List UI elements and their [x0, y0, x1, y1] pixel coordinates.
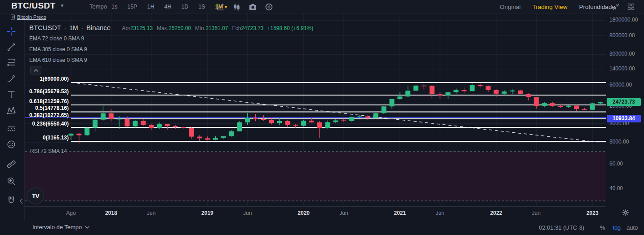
ohlc-value: 25250.00 [169, 25, 191, 31]
time-tick: 2021 [394, 210, 406, 216]
legend-separator: · [78, 25, 86, 31]
time-tick: Jun [435, 210, 444, 216]
collapse-view-button[interactable] [613, 3, 620, 10]
magnet-tool[interactable] [6, 195, 17, 206]
bitcoin-price-link[interactable]: Bitcoin Preço [17, 14, 46, 20]
time-tick: 2018 [105, 210, 117, 216]
time-interval-selector[interactable]: Intervalo de Tempo [32, 224, 89, 231]
candles [69, 83, 603, 144]
chevron-down-icon: ▾ [61, 3, 63, 8]
time-tick: Jun [532, 210, 541, 216]
view-tabs: OriginalTrading ViewProfundidade [500, 0, 615, 13]
ohlc-value: 24723.73 [241, 25, 263, 31]
clock[interactable]: 02:01:31 (UTC-3) [539, 224, 584, 231]
layout-grid-button[interactable] [627, 3, 635, 10]
axis-settings-button[interactable] [622, 209, 629, 218]
indicator-legend-ema610[interactable]: EMA 610 close 0 SMA 9 [29, 57, 87, 63]
time-tick: 2019 [201, 210, 213, 216]
legend-change: +1598.60 (+6.91%) [267, 25, 314, 31]
view-tab-trading-view[interactable]: Trading View [533, 4, 568, 10]
chevron-up-icon [34, 69, 38, 72]
ruler-tool[interactable] [6, 159, 17, 170]
symbol-name: BTC/USDT [11, 1, 55, 10]
ohlc-value: 21351.07 [205, 25, 228, 31]
long-short-position-tool[interactable] [6, 124, 17, 135]
view-tab-original[interactable]: Original [500, 4, 521, 10]
timeframe-button-1D[interactable]: 1D [176, 4, 193, 10]
candles-icon [232, 3, 241, 11]
current-price-tag: 24723.73 [607, 98, 641, 106]
legend-separator: · [61, 25, 69, 31]
text-tool[interactable] [6, 89, 17, 100]
chart-legend[interactable]: BTCUSDT · 1M · Binance Abr23125.13Máx.25… [29, 24, 313, 31]
plus-circle-icon [265, 3, 273, 11]
rsi-band [25, 152, 606, 201]
collapse-arrows-icon [613, 3, 620, 10]
chevron-down-icon [85, 226, 89, 229]
price-tick: 60000.00 [609, 82, 632, 88]
ohlc-label: Fch [232, 25, 241, 31]
symbol-subline: Bitcoin Preço [10, 14, 46, 20]
document-icon [10, 14, 15, 20]
time-tick: Ago [66, 210, 76, 216]
time-tick: 2022 [490, 210, 502, 216]
auto-scale-toggle[interactable]: auto [626, 224, 638, 231]
time-tick: Jun [147, 210, 155, 216]
tempo-label: Tempo [89, 0, 107, 13]
legend-collapse-button[interactable] [30, 66, 41, 74]
zoom-in-tool[interactable] [6, 176, 17, 187]
rsi-legend[interactable]: RSI 72 SMA 14 [29, 148, 68, 154]
time-interval-label: Intervalo de Tempo [32, 224, 82, 231]
price-tick: 140000.00 [609, 65, 635, 72]
window-controls [613, 0, 635, 13]
time-tick: 2023 [586, 210, 599, 216]
legend-exchange: Binance [86, 24, 111, 31]
add-indicator-button[interactable] [265, 3, 273, 11]
candlestick-chart[interactable] [25, 13, 606, 206]
timeframe-button-1S[interactable]: 1S [193, 4, 210, 10]
timeframe-button-1s[interactable]: 1s [107, 4, 122, 10]
symbol-selector[interactable]: BTC/USDT▾ [11, 1, 63, 11]
brush-tool[interactable] [6, 74, 17, 84]
timeframe-bar: 1s15P1H4H1D1S1M▾ [107, 0, 232, 13]
indicator-legend-ema305[interactable]: EMA 305 close 0 SMA 9 [29, 46, 87, 52]
price-tick: 800000.00 [609, 32, 635, 39]
time-tick: Jun [339, 210, 348, 216]
timeframe-button-1H[interactable]: 1H [142, 4, 159, 10]
timeframe-button-4H[interactable]: 4H [159, 4, 176, 10]
time-tick: 2020 [298, 210, 310, 216]
ohlc-label: Mín. [195, 25, 205, 31]
timeframe-button-15P[interactable]: 15P [122, 4, 142, 10]
legend-ohlc: Abr23125.13Máx.25250.00Mín.21351.07Fch24… [118, 25, 263, 31]
chart-style-button[interactable] [216, 3, 225, 11]
bottom-bar: Intervalo de Tempo 02:01:31 (UTC-3) % lo… [0, 220, 644, 235]
time-tick: Jun [243, 210, 252, 216]
percent-scale-toggle[interactable]: % [600, 224, 605, 231]
candlestick-style-button[interactable] [232, 3, 241, 11]
camera-icon [249, 3, 257, 11]
indicator-legend-ema72[interactable]: EMA 72 close 0 SMA 9 [29, 35, 84, 42]
screenshot-button[interactable] [249, 3, 257, 11]
ohlc-label: Abr [122, 25, 130, 31]
tradingview-logo[interactable]: TV [27, 187, 44, 205]
price-axis[interactable]: 24723.73 10933.84 1800000.00800000.00300… [606, 13, 644, 220]
legend-symbol: BTCUSDT [29, 24, 61, 31]
price-tick: 300000.00 [609, 51, 635, 57]
grid-icon [627, 3, 635, 10]
legend-interval: 1M [69, 24, 78, 31]
trend-line-tool[interactable] [6, 42, 17, 52]
hide-drawings-chevron[interactable] [19, 198, 23, 205]
rsi-tick: 60.00 [609, 161, 623, 167]
emoji-tool[interactable] [6, 139, 17, 150]
rsi-tick: 40.00 [609, 185, 623, 191]
line-chart-icon [216, 3, 225, 11]
crosshair-tool[interactable] [6, 26, 17, 37]
log-scale-toggle[interactable]: log [613, 224, 621, 231]
chevron-left-icon [19, 198, 23, 204]
time-axis[interactable]: Ago2018Jun2019Jun2020Jun2021Jun2022Jun20… [25, 206, 606, 220]
xabcd-pattern-tool[interactable] [6, 105, 17, 116]
price-tick: 3000.00 [609, 139, 629, 145]
view-tab-profundidade[interactable]: Profundidade [579, 4, 615, 10]
ohlc-value: 23125.13 [130, 25, 153, 31]
fib-retracement-tool[interactable] [6, 57, 17, 68]
